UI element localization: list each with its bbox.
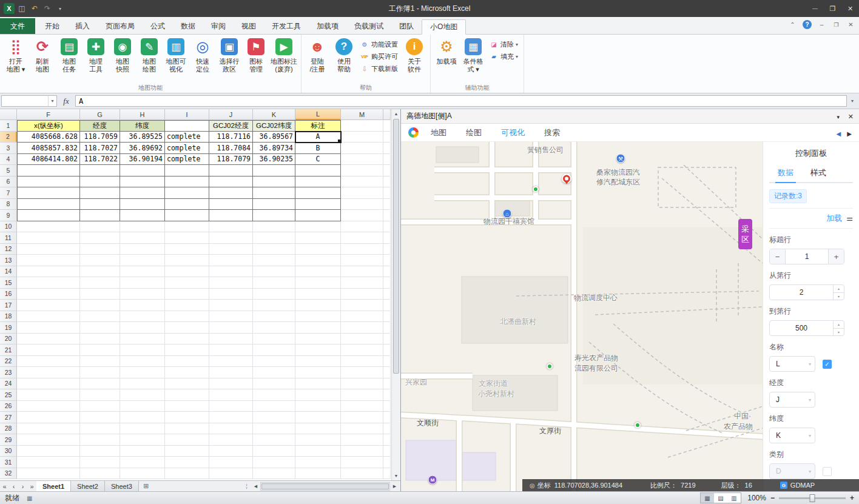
cell-K7[interactable] xyxy=(253,187,295,199)
cell-L6[interactable] xyxy=(295,176,341,188)
cell-K32[interactable] xyxy=(253,468,295,480)
row-header-16[interactable]: 16 xyxy=(0,289,17,300)
cell-H17[interactable] xyxy=(120,300,165,311)
cell-I18[interactable] xyxy=(165,311,209,323)
cell-J20[interactable] xyxy=(209,334,253,345)
select-5[interactable]: K▾ xyxy=(769,428,815,443)
cell-K24[interactable] xyxy=(253,378,295,390)
cell-G25[interactable] xyxy=(80,389,120,401)
row-header-3[interactable]: 3 xyxy=(0,143,17,154)
cell-I13[interactable] xyxy=(165,255,209,266)
cell-J22[interactable] xyxy=(209,356,253,368)
cell-M25[interactable] xyxy=(341,389,383,401)
cell-M21[interactable] xyxy=(341,344,383,356)
column-header-I[interactable]: I xyxy=(165,109,209,120)
cell-H18[interactable] xyxy=(120,311,165,323)
map-menu-2[interactable]: 可视化 xyxy=(501,127,525,138)
cell-F17[interactable] xyxy=(17,300,80,311)
map-menu-1[interactable]: 绘图 xyxy=(466,127,482,138)
cell-N7[interactable] xyxy=(383,187,391,199)
cell-L10[interactable] xyxy=(295,221,341,233)
scroll-left-icon[interactable] xyxy=(251,484,260,489)
cell-L20[interactable] xyxy=(295,334,341,345)
map-canvas[interactable]: 簧销售公司桑家物流园汽修汽配城东区物流园千禧宾馆物流调度中心北潘曲新村寿光农产品… xyxy=(401,142,763,491)
scroll-right-icon[interactable] xyxy=(390,484,399,489)
cell-G13[interactable] xyxy=(80,255,120,266)
cell-L27[interactable] xyxy=(295,412,341,423)
cell-J7[interactable] xyxy=(209,187,253,199)
map-marker-hotel[interactable]: ⌂ xyxy=(503,209,512,218)
cell-M24[interactable] xyxy=(341,378,383,390)
cell-M3[interactable] xyxy=(341,143,383,154)
cell-F22[interactable] xyxy=(17,356,80,368)
cell-K16[interactable] xyxy=(253,289,295,300)
cell-L2[interactable]: A xyxy=(295,132,341,143)
row-header-32[interactable]: 32 xyxy=(0,468,17,480)
tab-split-handle[interactable] xyxy=(242,483,251,490)
zoom-in-icon[interactable] xyxy=(850,494,854,502)
ribbon-button-settings[interactable]: ⚙功能设置 xyxy=(360,40,398,49)
cell-M30[interactable] xyxy=(341,446,383,457)
cell-G11[interactable] xyxy=(80,232,120,244)
cell-N5[interactable] xyxy=(383,165,391,176)
ribbon-tab-active[interactable]: 小O地图 xyxy=(422,19,466,35)
row-header-31[interactable]: 31 xyxy=(0,457,17,468)
cell-K13[interactable] xyxy=(253,255,295,266)
cell-I16[interactable] xyxy=(165,289,209,300)
cell-N4[interactable] xyxy=(383,154,391,166)
cell-G14[interactable] xyxy=(80,266,120,278)
cell-K21[interactable] xyxy=(253,344,295,356)
load-link[interactable]: 加载 xyxy=(826,213,842,224)
cell-H1[interactable]: 纬度 xyxy=(120,120,165,132)
ribbon-button-cond-format[interactable]: ▦条件格式 ▾ xyxy=(460,36,487,75)
cell-J2[interactable]: 118.7116 xyxy=(209,132,253,143)
cell-H8[interactable] xyxy=(120,199,165,210)
cell-L32[interactable] xyxy=(295,468,341,480)
column-header-H[interactable]: H xyxy=(120,109,165,120)
cell-M29[interactable] xyxy=(341,434,383,446)
cell-L22[interactable] xyxy=(295,356,341,368)
close-button[interactable] xyxy=(841,2,859,15)
row-header-9[interactable]: 9 xyxy=(0,210,17,221)
column-header-L[interactable]: L xyxy=(295,109,341,120)
cell-J31[interactable] xyxy=(209,457,253,468)
cell-N10[interactable] xyxy=(383,221,391,233)
select-6[interactable]: D▾ xyxy=(769,463,815,479)
undo-icon[interactable] xyxy=(29,3,40,14)
cell-G21[interactable] xyxy=(80,344,120,356)
cell-H13[interactable] xyxy=(120,255,165,266)
page-layout-view-icon[interactable] xyxy=(714,493,727,503)
cell-L12[interactable] xyxy=(295,244,341,255)
cell-L1[interactable]: 标注 xyxy=(295,120,341,132)
cell-J5[interactable] xyxy=(209,165,253,176)
cell-L31[interactable] xyxy=(295,457,341,468)
cell-I20[interactable] xyxy=(165,334,209,345)
cell-H5[interactable] xyxy=(120,165,165,176)
cell-F6[interactable] xyxy=(17,176,80,188)
cell-F3[interactable]: 4085857.832 xyxy=(17,143,80,154)
panel-next-icon[interactable] xyxy=(847,127,852,138)
cell-N22[interactable] xyxy=(383,356,391,368)
cell-M19[interactable] xyxy=(341,322,383,334)
cell-J30[interactable] xyxy=(209,446,253,457)
cell-J23[interactable] xyxy=(209,367,253,378)
cell-L25[interactable] xyxy=(295,389,341,401)
cell-J17[interactable] xyxy=(209,300,253,311)
cell-K8[interactable] xyxy=(253,199,295,210)
cell-N27[interactable] xyxy=(383,412,391,423)
cell-K4[interactable]: 36.90235 xyxy=(253,154,295,166)
row-header-19[interactable]: 19 xyxy=(0,322,17,334)
cell-L17[interactable] xyxy=(295,300,341,311)
cell-I6[interactable] xyxy=(165,176,209,188)
cell-I11[interactable] xyxy=(165,232,209,244)
cell-N3[interactable] xyxy=(383,143,391,154)
cell-K14[interactable] xyxy=(253,266,295,278)
cell-H32[interactable] xyxy=(120,468,165,480)
cell-K18[interactable] xyxy=(253,311,295,323)
stepper-plus-button[interactable]: + xyxy=(828,249,844,264)
cell-I23[interactable] xyxy=(165,367,209,378)
row-header-13[interactable]: 13 xyxy=(0,255,17,266)
cell-J14[interactable] xyxy=(209,266,253,278)
insert-function-button[interactable]: fx xyxy=(57,96,75,106)
cell-I17[interactable] xyxy=(165,300,209,311)
